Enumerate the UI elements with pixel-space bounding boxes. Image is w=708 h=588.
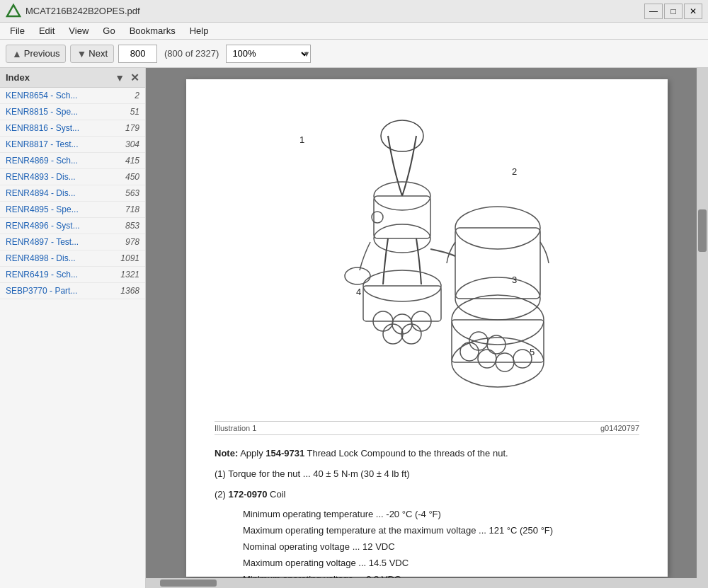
sidebar-item-page: 718 [118, 204, 139, 214]
page-info: (800 of 2327) [161, 48, 222, 59]
pdf-coil: (2) 172-0970 Coil [215, 488, 639, 502]
note-rest: Thread Lock Compound to the threads of t… [304, 448, 508, 459]
pdf-specs: Minimum operating temperature ... -20 °C… [215, 507, 639, 587]
svg-point-7 [345, 267, 370, 284]
sidebar-item[interactable]: RENR4894 - Dis...563 [0, 185, 145, 202]
sidebar-item-name: RENR4896 - Syst... [6, 221, 118, 231]
note-text: Apply [240, 448, 266, 459]
scrollbar-thumb[interactable] [698, 209, 707, 252]
sidebar-item-name: RENR4898 - Dis... [6, 253, 118, 263]
pdf-viewer[interactable]: 1 [146, 68, 708, 588]
svg-text:3: 3 [512, 275, 517, 285]
pdf-torque: (1) Torque for the nut ... 40 ± 5 N·m (3… [215, 467, 639, 482]
menu-go[interactable]: Go [96, 24, 122, 38]
sidebar-item-name: RENR4895 - Spe... [6, 204, 118, 214]
down-arrow-icon: ▼ [76, 48, 86, 59]
next-label: Next [88, 48, 108, 59]
sidebar-item-page: 1368 [118, 286, 139, 296]
sidebar-item[interactable]: KENR8817 - Test...304 [0, 137, 145, 153]
menu-bookmarks[interactable]: Bookmarks [122, 24, 183, 38]
sidebar-item[interactable]: RENR4898 - Dis...1091 [0, 250, 145, 267]
minimize-button[interactable]: — [644, 4, 663, 19]
sidebar-item-page: 51 [118, 107, 139, 117]
svg-text:4: 4 [356, 287, 361, 297]
sidebar-item-page: 563 [118, 188, 139, 198]
sidebar-item[interactable]: RENR4896 - Syst...853 [0, 218, 145, 234]
sidebar-item[interactable]: KENR8816 - Syst...179 [0, 120, 145, 137]
svg-text:1: 1 [299, 134, 304, 145]
sidebar-item-page: 1091 [118, 253, 139, 263]
sidebar-arrow-icon[interactable]: ▼ [115, 72, 125, 83]
sidebar-item-name: RENR4897 - Test... [6, 237, 118, 247]
main-area: Index ▼ ✕ KENR8654 - Sch...2KENR8815 - S… [0, 68, 708, 588]
menu-view[interactable]: View [62, 24, 96, 38]
svg-text:2: 2 [512, 166, 517, 177]
caption-right: g01420797 [600, 424, 639, 432]
sidebar-item-page: 179 [118, 123, 139, 133]
pdf-page: 1 [186, 79, 668, 577]
svg-point-28 [513, 350, 532, 368]
window-title: MCAT216B242B2OPES.pdf [25, 6, 140, 16]
svg-rect-4 [374, 196, 430, 238]
sidebar-item-page: 1321 [118, 270, 139, 279]
sidebar-item-name: SEBP3770 - Part... [6, 286, 118, 296]
close-button[interactable]: ✕ [684, 4, 702, 19]
maximize-button[interactable]: □ [664, 4, 683, 19]
sidebar-item[interactable]: KENR8654 - Sch...2 [0, 88, 145, 104]
sidebar-item-name: RENR4894 - Dis... [6, 188, 118, 198]
sidebar-item[interactable]: RENR4895 - Spe...718 [0, 202, 145, 218]
vertical-scrollbar[interactable] [697, 68, 708, 588]
page-input[interactable] [118, 45, 157, 63]
illustration: 1 [215, 100, 639, 414]
menu-file[interactable]: File [3, 24, 32, 38]
torque-text: (1) Torque for the nut ... 40 ± 5 N·m (3… [215, 467, 639, 482]
svg-marker-0 [7, 5, 20, 16]
sidebar-close-button[interactable]: ✕ [130, 71, 139, 84]
svg-text:5: 5 [530, 347, 535, 357]
next-button[interactable]: ▼ Next [70, 45, 114, 63]
sidebar-title: Index [6, 72, 30, 83]
svg-point-26 [478, 350, 496, 368]
svg-point-25 [460, 342, 479, 361]
sidebar-item-name: RENR6419 - Sch... [6, 270, 118, 279]
sidebar-item-name: KENR8815 - Spe... [6, 107, 118, 117]
horizontal-scrollbar[interactable] [146, 578, 697, 588]
note-paragraph: Note: Apply 154-9731 Thread Lock Compoun… [215, 446, 639, 461]
sidebar-item-page: 978 [118, 237, 139, 247]
caption-left: Illustration 1 [215, 424, 256, 432]
sidebar-item[interactable]: KENR8815 - Spe...51 [0, 104, 145, 120]
sidebar-item[interactable]: SEBP3770 - Part...1368 [0, 283, 145, 299]
sidebar-item[interactable]: RENR6419 - Sch...1321 [0, 267, 145, 283]
note-label: Note: [215, 448, 238, 459]
sidebar-item-name: KENR8654 - Sch... [6, 91, 118, 100]
illustration-svg: 1 [278, 100, 576, 412]
toolbar: ▲ Previous ▼ Next (800 of 2327) 100% 50%… [0, 40, 708, 68]
sidebar-item-page: 2 [118, 91, 139, 100]
illustration-caption: Illustration 1 g01420797 [215, 421, 639, 435]
coil-paragraph: (2) 172-0970 Coil [215, 488, 639, 502]
sidebar-item-name: RENR4869 - Sch... [6, 156, 118, 166]
menu-help[interactable]: Help [183, 24, 216, 38]
sidebar-item[interactable]: RENR4893 - Dis...450 [0, 169, 145, 185]
h-scrollbar-thumb[interactable] [160, 580, 217, 587]
note-part: 154-9731 [266, 448, 304, 459]
sidebar-item-page: 415 [118, 156, 139, 166]
sidebar-item-name: RENR4893 - Dis... [6, 172, 118, 182]
up-arrow-icon: ▲ [12, 48, 22, 59]
menu-edit[interactable]: Edit [32, 24, 62, 38]
sidebar-item[interactable]: RENR4897 - Test...978 [0, 234, 145, 250]
pdf-note: Note: Apply 154-9731 Thread Lock Compoun… [215, 446, 639, 461]
prev-button[interactable]: ▲ Previous [6, 45, 66, 63]
sidebar: Index ▼ ✕ KENR8654 - Sch...2KENR8815 - S… [0, 68, 146, 588]
svg-point-2 [381, 120, 423, 151]
sidebar-item-page: 450 [118, 172, 139, 182]
spec-line: Maximum operating temperature at the max… [243, 524, 639, 538]
title-bar-left: MCAT216B242B2OPES.pdf [6, 4, 140, 19]
spec-line: Minimum operating temperature ... -20 °C… [243, 507, 639, 522]
window-controls: — □ ✕ [644, 4, 702, 19]
sidebar-item-page: 853 [118, 221, 139, 231]
zoom-select[interactable]: 100% 50% 75% 125% 150% 200% [226, 45, 311, 63]
sidebar-item-name: KENR8817 - Test... [6, 139, 118, 149]
svg-point-30 [469, 332, 488, 350]
sidebar-item[interactable]: RENR4869 - Sch...415 [0, 153, 145, 169]
